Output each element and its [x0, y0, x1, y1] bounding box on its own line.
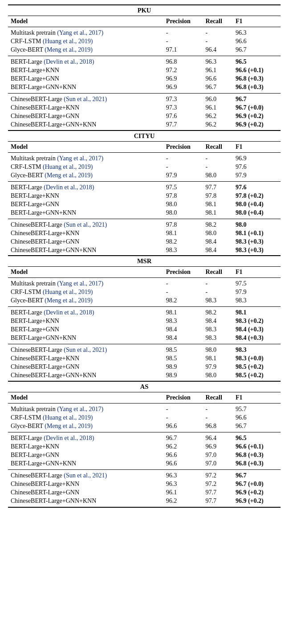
model-name: Glyce-BERT	[11, 297, 43, 304]
f1-cell: 95.7	[233, 403, 281, 413]
model-cell: Multitask pretrain (Yang et al., 2017)	[8, 27, 163, 37]
model-name: Glyce-BERT	[11, 172, 43, 179]
citation[interactable]: (Yang et al., 2017)	[57, 280, 103, 287]
recall-cell: 96.1	[203, 104, 233, 112]
precision-cell: 97.8	[163, 192, 203, 200]
citation[interactable]: (Meng et al., 2019)	[45, 423, 93, 429]
f1-cell: 96.7	[233, 46, 281, 56]
model-name: Multitask pretrain	[11, 155, 56, 162]
recall-cell: 98.3	[203, 297, 233, 307]
model-name: Multitask pretrain	[11, 406, 56, 412]
model-cell: BERT-Large+GNN+KNN	[8, 459, 163, 469]
table-row: ChineseBERT-Large+GNN97.696.296.9 (+0.2)	[8, 112, 281, 121]
column-header-precision: Precision	[163, 392, 203, 403]
model-cell: ChineseBERT-Large (Sun et al., 2021)	[8, 469, 163, 480]
f1-cell: 96.7 (+0.0)	[233, 104, 281, 112]
precision-cell: 96.9	[163, 83, 203, 94]
citation[interactable]: (Huang et al., 2019)	[43, 163, 93, 170]
citation[interactable]: (Devlin et al., 2018)	[44, 58, 94, 65]
precision-cell: 96.9	[163, 75, 203, 83]
citation[interactable]: (Sun et al., 2021)	[64, 346, 107, 353]
column-header-model: Model	[8, 141, 163, 152]
f1-cell: 98.4 (+0.3)	[233, 326, 281, 334]
precision-cell: 96.1	[163, 488, 203, 497]
citation[interactable]: (Sun et al., 2021)	[64, 221, 107, 228]
model-cell: ChineseBERT-Large+KNN	[8, 104, 163, 112]
model-name: ChineseBERT-Large+GNN	[11, 363, 79, 370]
model-name: CRF-LSTM	[11, 163, 41, 170]
citation[interactable]: (Yang et al., 2017)	[57, 155, 103, 162]
recall-cell: 96.7	[203, 83, 233, 94]
table-row: ChineseBERT-Large+GNN98.298.498.3 (+0.3)	[8, 237, 281, 246]
citation[interactable]: (Sun et al., 2021)	[64, 96, 107, 102]
citation[interactable]: (Meng et al., 2019)	[45, 172, 93, 179]
column-header-recall: Recall	[203, 267, 233, 278]
results-table: ASModelPrecisionRecallF1Multitask pretra…	[8, 381, 281, 508]
precision-cell: 96.2	[163, 497, 203, 507]
model-name: BERT-Large+GNN+KNN	[11, 460, 76, 467]
model-name: BERT-Large+GNN	[11, 326, 59, 333]
column-header-f1: F1	[233, 267, 281, 278]
recall-cell: 98.4	[203, 237, 233, 246]
citation[interactable]: (Devlin et al., 2018)	[44, 184, 94, 191]
precision-cell: -	[163, 152, 203, 163]
precision-cell: 96.8	[163, 56, 203, 66]
table-row: BERT-Large+GNN96.697.096.8 (+0.3)	[8, 451, 281, 459]
recall-cell: 97.7	[203, 488, 233, 497]
model-cell: Glyce-BERT (Meng et al., 2019)	[8, 422, 163, 432]
f1-cell: 96.6	[233, 37, 281, 46]
recall-cell: -	[203, 288, 233, 297]
model-cell: ChineseBERT-Large+GNN+KNN	[8, 371, 163, 380]
table-row: ChineseBERT-Large+KNN98.598.198.3 (+0.0)	[8, 355, 281, 363]
model-name: ChineseBERT-Large+GNN+KNN	[11, 247, 96, 253]
model-cell: ChineseBERT-Large (Sun et al., 2021)	[8, 219, 163, 229]
model-cell: BERT-Large (Devlin et al., 2018)	[8, 56, 163, 66]
model-cell: ChineseBERT-Large+GNN	[8, 112, 163, 121]
recall-cell: 97.0	[203, 451, 233, 459]
precision-cell: 98.5	[163, 355, 203, 363]
table-row: ChineseBERT-Large+GNN96.197.796.9 (+0.2)	[8, 488, 281, 497]
f1-cell: 98.0 (+0.4)	[233, 208, 281, 219]
table-row: ChineseBERT-Large+GNN+KNN97.796.296.9 (+…	[8, 121, 281, 129]
recall-cell: 98.4	[203, 246, 233, 254]
table-row: BERT-Large+KNN98.398.498.3 (+0.2)	[8, 317, 281, 326]
table-row: BERT-Large (Devlin et al., 2018)97.597.7…	[8, 181, 281, 192]
dataset-title: AS	[8, 381, 281, 392]
results-table-container: PKUModelPrecisionRecallF1Multitask pretr…	[8, 4, 281, 508]
f1-cell: 96.5	[233, 56, 281, 66]
citation[interactable]: (Yang et al., 2017)	[57, 406, 103, 412]
model-cell: BERT-Large+KNN	[8, 442, 163, 451]
precision-cell: 98.4	[163, 334, 203, 344]
model-cell: ChineseBERT-Large+GNN+KNN	[8, 246, 163, 254]
citation[interactable]: (Huang et al., 2019)	[43, 414, 93, 421]
results-table: CITYUModelPrecisionRecallF1Multitask pre…	[8, 130, 281, 255]
table-row: BERT-Large+GNN98.098.198.0 (+0.4)	[8, 200, 281, 208]
table-row: ChineseBERT-Large+GNN+KNN98.998.098.5 (+…	[8, 371, 281, 380]
citation[interactable]: (Meng et al., 2019)	[45, 46, 93, 53]
citation[interactable]: (Meng et al., 2019)	[45, 297, 93, 304]
model-cell: BERT-Large+KNN	[8, 317, 163, 326]
f1-cell: 98.5 (+0.2)	[233, 363, 281, 371]
f1-cell: 97.9	[233, 288, 281, 297]
table-row: Multitask pretrain (Yang et al., 2017)--…	[8, 27, 281, 37]
f1-cell: 98.3 (+0.3)	[233, 237, 281, 246]
column-header-recall: Recall	[203, 392, 233, 403]
citation[interactable]: (Huang et al., 2019)	[43, 289, 93, 295]
recall-cell: -	[203, 27, 233, 37]
table-row: ChineseBERT-Large+KNN98.198.098.1 (+0.1)	[8, 229, 281, 237]
citation[interactable]: (Devlin et al., 2018)	[44, 309, 94, 316]
citation[interactable]: (Sun et al., 2021)	[64, 472, 107, 479]
recall-cell: 98.0	[203, 344, 233, 355]
table-row: ChineseBERT-Large (Sun et al., 2021)96.3…	[8, 469, 281, 480]
model-cell: CRF-LSTM (Huang et al., 2019)	[8, 163, 163, 171]
citation[interactable]: (Yang et al., 2017)	[57, 29, 103, 36]
column-header-model: Model	[8, 16, 163, 27]
model-name: Glyce-BERT	[11, 46, 43, 53]
recall-cell: 98.0	[203, 171, 233, 181]
citation[interactable]: (Huang et al., 2019)	[43, 38, 93, 45]
precision-cell: -	[163, 413, 203, 422]
citation[interactable]: (Devlin et al., 2018)	[44, 435, 94, 441]
model-name: ChineseBERT-Large	[11, 472, 62, 479]
dataset-block: CITYUModelPrecisionRecallF1Multitask pre…	[8, 130, 281, 255]
precision-cell: 98.2	[163, 237, 203, 246]
